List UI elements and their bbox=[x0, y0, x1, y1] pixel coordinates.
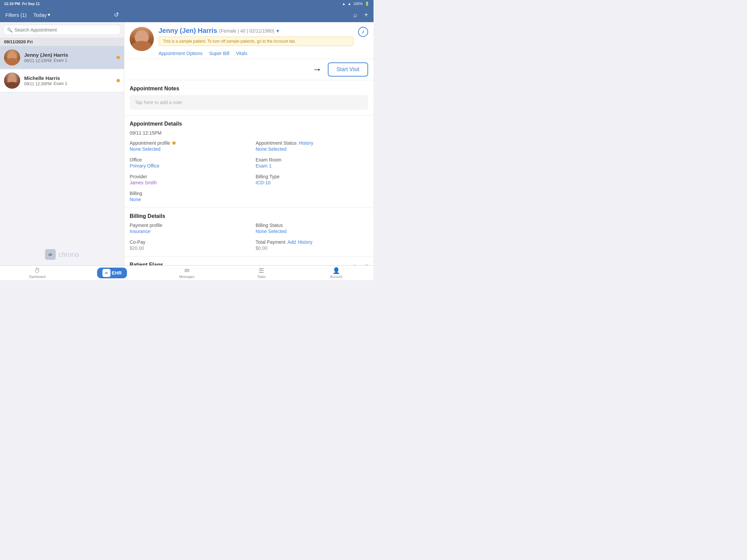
appointment-item-jenny[interactable]: Jenny (Jen) Harris 09/11 12:15PM Exam 1 bbox=[0, 46, 124, 69]
payment-add-link[interactable]: Add bbox=[287, 239, 296, 245]
appointment-details-section: Appointment Details 09/11 12:15PM Appoin… bbox=[124, 115, 374, 208]
appointment-profile-value[interactable]: None Selected bbox=[130, 146, 242, 152]
apt-time-michelle: 09/11 12:30PM bbox=[24, 82, 51, 86]
status-dot-jenny bbox=[117, 56, 120, 59]
billing-status-value[interactable]: None Selected bbox=[256, 229, 368, 234]
refresh-button[interactable]: ↺ bbox=[114, 11, 119, 19]
total-payment-field: Total Payment Add History $0.00 bbox=[256, 239, 368, 251]
patient-info-block: Jenny (Jen) Harris (Female | 40 | 02/11/… bbox=[158, 27, 353, 59]
patient-header: Jenny (Jen) Harris (Female | 40 | 02/11/… bbox=[124, 22, 374, 59]
appointment-profile-label: Appointment profile bbox=[130, 140, 170, 146]
appointment-notes-title: Appointment Notes bbox=[130, 86, 368, 92]
office-field: Office Primary Office bbox=[130, 157, 242, 168]
flags-header: Patient Flags View All bbox=[130, 262, 368, 265]
tab-tasks-label: Tasks bbox=[257, 275, 266, 279]
ehr-logo-icon: dr bbox=[102, 269, 110, 277]
details-grid: Appointment profile None Selected Appoin… bbox=[130, 140, 368, 202]
exam-room-field: Exam Room Exam 1 bbox=[256, 157, 368, 168]
patient-chevron-icon[interactable]: ▾ bbox=[277, 28, 279, 33]
copay-value: $20.00 bbox=[130, 245, 242, 251]
apt-time-jenny: 09/11 12:15PM bbox=[24, 58, 51, 63]
payment-profile-value[interactable]: Insurance bbox=[130, 229, 242, 234]
start-visit-button[interactable]: Start Visit bbox=[328, 62, 368, 77]
account-icon: 👤 bbox=[333, 267, 340, 274]
status-bar: 12:19 PM Fri Sep 11 ▲ ▲ 100% 🔋 bbox=[0, 0, 374, 7]
exam-room-label: Exam Room bbox=[256, 157, 368, 162]
tab-tasks[interactable]: ☰ Tasks bbox=[224, 266, 299, 280]
apt-info-jenny: Jenny (Jen) Harris 09/11 12:15PM Exam 1 bbox=[24, 52, 112, 63]
search-icon: 🔍 bbox=[7, 28, 12, 32]
messages-icon: ✉ bbox=[184, 267, 189, 274]
appointment-item-michelle[interactable]: Michelle Harris 09/11 12:30PM Exam 1 bbox=[0, 69, 124, 92]
tab-bar: ⏱ Dashboard dr EHR ✉ Messages ☰ Tasks 👤 … bbox=[0, 265, 374, 280]
arrow-icon: → bbox=[312, 64, 322, 75]
copay-field: Co-Pay $20.00 bbox=[130, 239, 242, 251]
billing-type-label: Billing Type bbox=[256, 174, 368, 179]
apt-name-jenny: Jenny (Jen) Harris bbox=[24, 52, 112, 58]
status-history-link[interactable]: History bbox=[299, 140, 313, 146]
apt-room-jenny: Exam 1 bbox=[53, 58, 67, 63]
appointment-options-link[interactable]: Appointment Options bbox=[158, 51, 203, 56]
tab-account-label: Account bbox=[330, 275, 342, 279]
appointment-status-value[interactable]: None Selected bbox=[256, 146, 368, 152]
right-header-actions: i bbox=[358, 27, 368, 37]
signal-icon: ▲ bbox=[347, 2, 351, 6]
battery-icon: 🔋 bbox=[365, 2, 369, 6]
office-value[interactable]: Primary Office bbox=[130, 163, 242, 168]
billing-value[interactable]: None bbox=[130, 197, 242, 202]
payment-profile-label: Payment profile bbox=[130, 222, 242, 228]
total-payment-label: Total Payment bbox=[256, 239, 285, 245]
start-visit-row: → Start Visit bbox=[124, 59, 374, 80]
tab-ehr[interactable]: dr EHR bbox=[75, 266, 149, 280]
tab-dashboard-label: Dashboard bbox=[29, 275, 46, 279]
status-time-date: 12:19 PM Fri Sep 11 bbox=[4, 2, 40, 6]
tab-dashboard[interactable]: ⏱ Dashboard bbox=[0, 266, 75, 280]
tab-ehr-label: EHR bbox=[112, 270, 122, 276]
patient-name-row: Jenny (Jen) Harris (Female | 40 | 02/11/… bbox=[158, 27, 353, 34]
tab-messages[interactable]: ✉ Messages bbox=[150, 266, 224, 280]
provider-label: Provider bbox=[130, 174, 242, 179]
appointment-status-label: Appointment Status bbox=[256, 140, 297, 146]
tab-account[interactable]: 👤 Account bbox=[299, 266, 374, 280]
billing-label: Billing bbox=[130, 191, 242, 196]
appointment-details-title: Appointment Details bbox=[130, 121, 368, 127]
info-button[interactable]: i bbox=[358, 27, 368, 37]
profile-dot-icon bbox=[172, 141, 176, 145]
wifi-icon: ▲ bbox=[342, 2, 345, 6]
provider-value[interactable]: James Smith bbox=[130, 180, 242, 185]
vitals-link[interactable]: Vitals bbox=[236, 51, 248, 56]
office-label: Office bbox=[130, 157, 242, 162]
filters-button[interactable]: Filters (1) bbox=[5, 12, 27, 18]
payment-profile-field: Payment profile Insurance bbox=[130, 222, 242, 234]
billing-details-title: Billing Details bbox=[130, 213, 368, 219]
status-indicators: ▲ ▲ 100% 🔋 bbox=[342, 2, 369, 6]
billing-type-value[interactable]: ICD-10 bbox=[256, 180, 368, 185]
billing-status-field: Billing Status None Selected bbox=[256, 222, 368, 234]
status-dot-michelle bbox=[117, 79, 120, 82]
exam-room-value[interactable]: Exam 1 bbox=[256, 163, 368, 168]
billing-status-label: Billing Status bbox=[256, 222, 368, 228]
sidebar-logo: dr chrono bbox=[0, 244, 124, 265]
search-button[interactable]: ⌕ bbox=[353, 11, 357, 19]
main-layout: 🔍 09/11/2020 Fri Jenny (Jen) Harris 09/1… bbox=[0, 22, 374, 265]
add-button[interactable]: + bbox=[364, 11, 368, 19]
view-all-flags-link[interactable]: View All bbox=[352, 264, 368, 265]
note-placeholder[interactable]: Tap here to add a note bbox=[130, 95, 368, 110]
today-selector[interactable]: Today ▾ bbox=[33, 12, 50, 18]
billing-type-field: Billing Type ICD-10 bbox=[256, 174, 368, 185]
header-left: Filters (1) Today ▾ ↺ bbox=[0, 7, 124, 22]
super-bill-link[interactable]: Super Bill bbox=[209, 51, 229, 56]
provider-field: Provider James Smith bbox=[130, 174, 242, 185]
payment-history-link[interactable]: History bbox=[298, 239, 313, 245]
billing-details-section: Billing Details Payment profile Insuranc… bbox=[124, 208, 374, 257]
apt-info-michelle: Michelle Harris 09/11 12:30PM Exam 1 bbox=[24, 75, 112, 86]
search-input-wrap[interactable]: 🔍 bbox=[3, 25, 121, 35]
search-input[interactable] bbox=[15, 27, 117, 32]
chevron-down-icon: ▾ bbox=[48, 12, 50, 18]
appointment-actions-row: Appointment Options Super Bill Vitals bbox=[158, 48, 353, 59]
apt-meta-michelle: 09/11 12:30PM Exam 1 bbox=[24, 81, 112, 86]
apt-room-michelle: Exam 1 bbox=[53, 81, 67, 86]
total-payment-value: $0.00 bbox=[256, 245, 368, 251]
billing-field: Billing None bbox=[130, 191, 242, 202]
patient-flags-section: Patient Flags View All No Flags bbox=[124, 257, 374, 265]
